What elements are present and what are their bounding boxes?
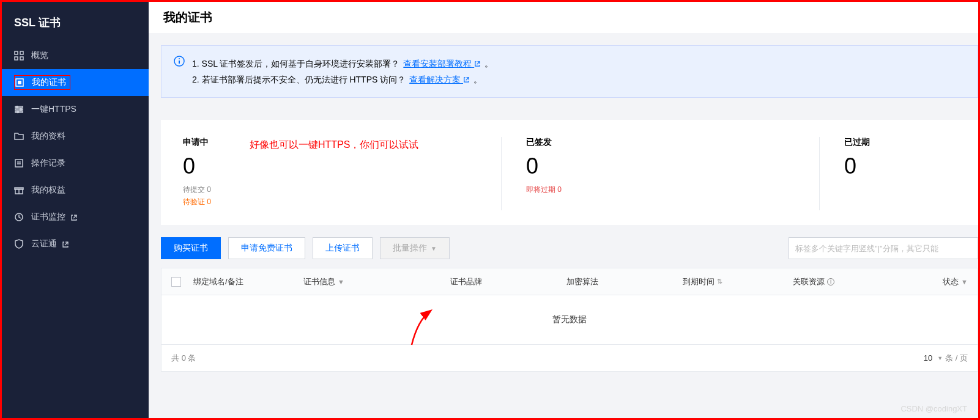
search-input[interactable] bbox=[789, 237, 978, 259]
info-line-2: 2. 若证书部署后提示不安全、仍无法进行 HTTPS 访问？ 查看解决方案 。 bbox=[192, 72, 493, 87]
th-algo[interactable]: 加密算法 bbox=[566, 276, 683, 287]
sidebar-item-overview[interactable]: 概览 bbox=[2, 42, 149, 69]
shield-icon bbox=[14, 239, 24, 249]
sidebar-item-cert-mon[interactable]: 证书监控 bbox=[2, 204, 149, 230]
list-icon bbox=[14, 158, 24, 168]
settings-icon bbox=[14, 105, 24, 114]
external-link-icon bbox=[70, 213, 78, 221]
monitor-icon bbox=[14, 212, 24, 222]
th-cert-info[interactable]: 证书信息▼ bbox=[303, 276, 450, 287]
caret-down-icon: ▼ bbox=[937, 355, 943, 361]
select-all-checkbox[interactable] bbox=[171, 277, 181, 287]
stat-sub-expiring: 即将过期 0 bbox=[526, 183, 819, 196]
svg-point-10 bbox=[20, 109, 22, 111]
table-footer: 共 0 条 10 ▼ 条 / 页 bbox=[161, 344, 978, 371]
main: 我的证书 好像也可以一键HTTPS，你们可以试试 1. SSL 证书签发后，如何… bbox=[149, 2, 978, 418]
stat-value: 0 bbox=[183, 155, 501, 177]
watermark: CSDN @codingXT bbox=[900, 404, 967, 413]
external-link-icon bbox=[62, 240, 69, 248]
sidebar-item-label: 云证通 bbox=[31, 238, 57, 249]
buy-cert-button[interactable]: 购买证书 bbox=[161, 237, 221, 259]
info-link-solution[interactable]: 查看解决方案 bbox=[409, 75, 470, 84]
svg-rect-2 bbox=[15, 57, 18, 60]
sort-icon: ⇅ bbox=[717, 278, 722, 286]
info-link-install[interactable]: 查看安装部署教程 bbox=[403, 59, 481, 68]
square-icon bbox=[15, 78, 24, 87]
table-empty: 暂无数据 bbox=[161, 295, 978, 344]
gift-icon bbox=[14, 185, 24, 195]
help-icon: i bbox=[827, 278, 834, 286]
stat-value: 0 bbox=[526, 155, 819, 177]
toolbar: 购买证书 申请免费证书 上传证书 批量操作▼ bbox=[161, 237, 978, 259]
svg-point-11 bbox=[17, 111, 19, 113]
page-title: 我的证书 bbox=[149, 2, 978, 33]
sidebar: SSL 证书 概览 我的证书 一键HTTPS 我的资料 操作记录 我的权益 bbox=[2, 2, 149, 418]
th-brand[interactable]: 证书品牌 bbox=[450, 276, 566, 287]
svg-point-21 bbox=[179, 58, 180, 59]
stat-sub-verify: 待验证 0 bbox=[183, 196, 501, 208]
th-related[interactable]: 关联资源i bbox=[793, 276, 903, 287]
stat-value: 0 bbox=[844, 155, 956, 177]
svg-rect-1 bbox=[20, 51, 23, 54]
apply-free-cert-button[interactable]: 申请免费证书 bbox=[228, 237, 305, 259]
sidebar-title: SSL 证书 bbox=[2, 2, 149, 42]
sidebar-item-op-log[interactable]: 操作记录 bbox=[2, 150, 149, 177]
upload-cert-button[interactable]: 上传证书 bbox=[313, 237, 373, 259]
sidebar-item-my-rights[interactable]: 我的权益 bbox=[2, 177, 149, 204]
batch-action-button: 批量操作▼ bbox=[380, 237, 450, 259]
filter-icon: ▼ bbox=[961, 278, 968, 286]
sidebar-item-label: 概览 bbox=[31, 50, 48, 61]
info-banner: 1. SSL 证书签发后，如何基于自身环境进行安装部署？ 查看安装部署教程 。 … bbox=[161, 45, 978, 98]
stat-label: 已签发 bbox=[526, 137, 819, 148]
sidebar-item-label: 我的证书 bbox=[32, 77, 66, 88]
svg-rect-5 bbox=[18, 81, 21, 84]
th-status[interactable]: 状态▼ bbox=[903, 276, 968, 287]
svg-rect-0 bbox=[15, 51, 18, 54]
caret-down-icon: ▼ bbox=[431, 245, 437, 252]
folder-icon bbox=[14, 131, 24, 141]
sidebar-item-label: 操作记录 bbox=[31, 158, 65, 169]
svg-rect-12 bbox=[15, 160, 23, 167]
filter-icon: ▼ bbox=[338, 278, 344, 286]
svg-point-9 bbox=[17, 106, 18, 108]
sidebar-item-yunzhengtong[interactable]: 云证通 bbox=[2, 230, 149, 257]
stat-expired: 已过期 0 bbox=[819, 137, 956, 210]
sidebar-item-label: 我的资料 bbox=[31, 131, 65, 142]
th-domain[interactable]: 绑定域名/备注 bbox=[193, 276, 303, 287]
svg-rect-3 bbox=[20, 57, 23, 60]
th-expire[interactable]: 到期时间⇅ bbox=[683, 276, 793, 287]
sidebar-item-my-certs[interactable]: 我的证书 bbox=[2, 69, 149, 96]
page-size-select[interactable]: 10 ▼ 条 / 页 bbox=[924, 353, 968, 364]
sidebar-item-label: 证书监控 bbox=[31, 212, 65, 223]
sidebar-item-one-https[interactable]: 一键HTTPS bbox=[2, 96, 149, 123]
table-header: 绑定域名/备注 证书信息▼ 证书品牌 加密算法 到期时间⇅ 关联资源i 状态▼ bbox=[161, 268, 978, 295]
grid-icon bbox=[14, 51, 24, 61]
sidebar-item-label: 我的权益 bbox=[31, 185, 65, 196]
sidebar-item-label: 一键HTTPS bbox=[31, 104, 76, 115]
sidebar-item-my-profile[interactable]: 我的资料 bbox=[2, 123, 149, 150]
annotation-text: 好像也可以一键HTTPS，你们可以试试 bbox=[250, 139, 418, 152]
stat-issued: 已签发 0 即将过期 0 bbox=[501, 137, 819, 210]
stats-card: 申请中 0 待提交 0 待验证 0 已签发 0 即将过期 0 已过期 0 bbox=[161, 120, 978, 225]
row-count: 0 bbox=[182, 353, 186, 363]
cert-table: 绑定域名/备注 证书信息▼ 证书品牌 加密算法 到期时间⇅ 关联资源i 状态▼ … bbox=[161, 268, 978, 372]
info-line-1: 1. SSL 证书签发后，如何基于自身环境进行安装部署？ 查看安装部署教程 。 bbox=[192, 56, 493, 72]
stat-sub-pending: 待提交 0 bbox=[183, 183, 501, 196]
stat-label: 已过期 bbox=[844, 137, 956, 148]
info-icon bbox=[174, 56, 185, 87]
